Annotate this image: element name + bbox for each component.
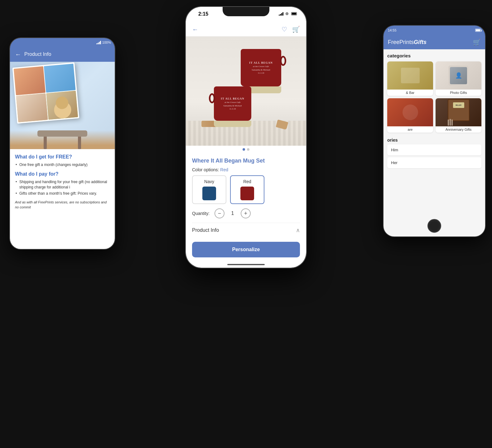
left-header: ← Product Info bbox=[10, 47, 115, 62]
back-icon[interactable]: ← bbox=[15, 51, 21, 58]
kitchen-image bbox=[387, 61, 433, 90]
subcategories-label: ories bbox=[387, 136, 481, 144]
dot-indicators bbox=[186, 146, 306, 153]
gift-card-photo[interactable]: 👤 Photo Gifts bbox=[436, 61, 481, 96]
navy-label: Navy bbox=[198, 179, 221, 184]
quantity-row: Quantity: − 1 + bbox=[192, 208, 300, 218]
gift-categories-grid: & Bar 👤 Photo Gifts bbox=[387, 61, 481, 133]
right-status-bar: 14:55 bbox=[383, 26, 485, 35]
center-screen: 2:15 ⊛ ← ♡ 🛒 bbox=[186, 7, 306, 268]
sub-item-him[interactable]: Him bbox=[387, 144, 481, 155]
photo-cell-2 bbox=[44, 64, 76, 93]
red-swatch bbox=[240, 187, 254, 200]
right-phone: 14:55 FreePrintsGifts 🛒 categories & Bar bbox=[383, 25, 486, 237]
color-label: Color options: Red bbox=[192, 167, 300, 172]
heart-icon[interactable]: ♡ bbox=[282, 26, 287, 33]
wifi-icon: ⊛ bbox=[285, 11, 289, 16]
left-content: What do I get for FREE? One free gift a … bbox=[10, 62, 115, 249]
center-nav: ← ♡ 🛒 bbox=[186, 22, 306, 37]
section1-title: What do I get for FREE? bbox=[15, 154, 110, 160]
sub-item-her[interactable]: Her bbox=[387, 157, 481, 168]
dot-1 bbox=[243, 148, 245, 151]
color-options[interactable]: Navy Red bbox=[192, 175, 300, 204]
home-button[interactable] bbox=[427, 219, 441, 233]
gift-card-cookware[interactable]: are bbox=[387, 98, 433, 133]
product-info-row[interactable]: Product Info ∧ bbox=[192, 223, 300, 237]
photo-gifts-label: Photo Gifts bbox=[436, 90, 481, 96]
section2-list: Shipping and handling for your free gift… bbox=[15, 179, 110, 196]
gift-card-kitchen[interactable]: & Bar bbox=[387, 61, 433, 96]
right-content: categories & Bar 👤 bbox=[383, 49, 485, 236]
quantity-label: Quantity: bbox=[192, 211, 210, 216]
anniversary-image: MILLER bbox=[436, 98, 481, 126]
color-red[interactable]: Red bbox=[230, 175, 264, 204]
dot-2 bbox=[247, 148, 249, 151]
notch bbox=[223, 7, 269, 16]
qty-increase[interactable]: + bbox=[241, 208, 251, 218]
blanket-image bbox=[10, 62, 115, 149]
photo-blanket bbox=[12, 62, 80, 124]
product-title: Where It All Began Mug Set bbox=[192, 158, 300, 164]
section1-item-1: One free gift a month (changes regularly… bbox=[15, 162, 110, 168]
quantity-value: 1 bbox=[229, 211, 236, 216]
product-details: Where It All Began Mug Set Color options… bbox=[186, 153, 306, 242]
right-cart-icon[interactable]: 🛒 bbox=[473, 38, 481, 46]
categories-label: categories bbox=[387, 53, 481, 58]
color-navy[interactable]: Navy bbox=[192, 175, 226, 204]
gift-card-anniversary[interactable]: MILLER Anniversary Gifts bbox=[436, 98, 481, 133]
red-label: Red bbox=[236, 179, 259, 184]
mug-front: IT ALL BEGAN at the Crown Cafe Samantha … bbox=[214, 86, 251, 127]
left-status-bar: 100% bbox=[10, 38, 115, 47]
cart-icon[interactable]: 🛒 bbox=[292, 26, 300, 33]
kitchen-label: & Bar bbox=[387, 90, 433, 96]
photo-cell-3 bbox=[16, 93, 48, 122]
battery-text: 100% bbox=[102, 41, 111, 44]
qty-decrease[interactable]: − bbox=[215, 208, 224, 218]
page-title: Product Info bbox=[24, 51, 51, 57]
section2-item-2: Gifts other than a month's free gift: Pr… bbox=[15, 191, 110, 196]
signal-icon bbox=[96, 41, 101, 44]
center-phone: 2:15 ⊛ ← ♡ 🛒 bbox=[185, 6, 307, 268]
left-phone: 100% ← Product Info bbox=[9, 37, 115, 250]
text-section: What do I get for FREE? One free gift a … bbox=[10, 149, 115, 215]
mug-image: IT ALL BEGAN at the Crown Cafe Samantha … bbox=[186, 37, 306, 146]
battery-icon bbox=[291, 12, 297, 15]
navy-swatch bbox=[202, 187, 216, 200]
personalize-button[interactable]: Personalize bbox=[192, 242, 300, 257]
photo-cell-4 bbox=[46, 91, 78, 120]
cookware-image bbox=[387, 98, 433, 126]
center-signal-icon bbox=[279, 12, 283, 16]
nav-actions: ♡ 🛒 bbox=[282, 26, 300, 33]
section2-item-1: Shipping and handling for your free gift… bbox=[15, 179, 110, 190]
center-time: 2:15 bbox=[198, 11, 208, 17]
section1-list: One free gift a month (changes regularly… bbox=[15, 162, 110, 168]
cookware-label: are bbox=[387, 126, 433, 133]
selected-color-name: Red bbox=[220, 167, 228, 172]
product-info-label: Product Info bbox=[192, 227, 219, 233]
photo-cell-1 bbox=[14, 66, 46, 95]
photo-gifts-image: 👤 bbox=[436, 61, 481, 90]
section2-title: What do I pay for? bbox=[15, 171, 110, 177]
right-battery-icon bbox=[475, 29, 481, 32]
freeprints-logo: FreePrintsGifts bbox=[388, 39, 427, 46]
chevron-up-icon: ∧ bbox=[296, 227, 300, 234]
right-header: FreePrintsGifts 🛒 bbox=[383, 35, 485, 49]
anniversary-label: Anniversary Gifts bbox=[436, 126, 481, 133]
right-time: 14:55 bbox=[388, 28, 397, 32]
center-status-icons: ⊛ bbox=[279, 11, 297, 16]
home-indicator bbox=[227, 264, 265, 265]
italic-text: And as with all FreePrints services, are… bbox=[15, 200, 110, 210]
back-button[interactable]: ← bbox=[192, 26, 198, 33]
